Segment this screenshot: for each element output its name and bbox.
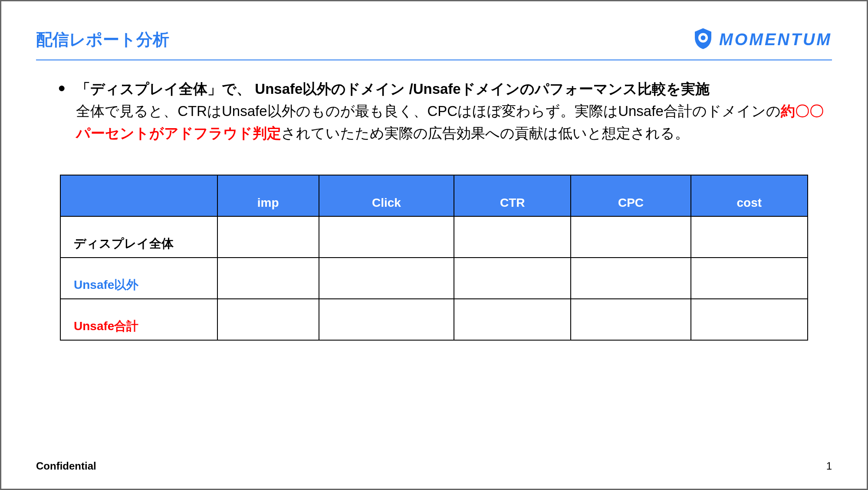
bullet-body-b: されていたため実際の広告効果への貢献は低いと想定される。	[281, 125, 689, 141]
table-header-blank	[60, 175, 217, 216]
cell	[319, 216, 454, 258]
cell	[217, 216, 319, 258]
cell	[571, 216, 690, 258]
table-row: Unsafe合計	[60, 299, 808, 340]
cell	[217, 299, 319, 340]
table-header-ctr: CTR	[454, 175, 571, 216]
brand-text: MOMENTUM	[719, 30, 832, 49]
bullet-dot-icon: ●	[58, 78, 66, 144]
cell	[319, 299, 454, 340]
confidential-label: Confidential	[36, 460, 96, 472]
page-number: 1	[826, 460, 832, 472]
cell	[571, 258, 690, 299]
slide-footer: Confidential 1	[36, 460, 832, 472]
cell	[454, 216, 571, 258]
cell	[691, 216, 808, 258]
cell	[691, 299, 808, 340]
bullet-bold-line: 「ディスプレイ全体」で、 Unsafe以外のドメイン /Unsafeドメインのパ…	[76, 81, 710, 97]
table-header-click: Click	[319, 175, 454, 216]
slide: 配信レポート分析 MOMENTUM ● 「ディスプレイ全体」で、 Unsafe以…	[0, 0, 868, 490]
cell	[217, 258, 319, 299]
bullet-text: 「ディスプレイ全体」で、 Unsafe以外のドメイン /Unsafeドメインのパ…	[76, 78, 832, 144]
bullet-body-a: 全体で見ると、CTRはUnsafe以外のものが最も良く、CPCはほぼ変わらず。実…	[76, 103, 781, 119]
row-label-unsafe-excluded: Unsafe以外	[60, 258, 217, 299]
table-row: Unsafe以外	[60, 258, 808, 299]
table-row: ディスプレイ全体	[60, 216, 808, 258]
page-title: 配信レポート分析	[36, 29, 169, 51]
cell	[571, 299, 690, 340]
svg-point-1	[701, 36, 706, 40]
bullet-item: ● 「ディスプレイ全体」で、 Unsafe以外のドメイン /Unsafeドメイン…	[36, 78, 832, 144]
cell	[319, 258, 454, 299]
table-header-imp: imp	[217, 175, 319, 216]
cell	[691, 258, 808, 299]
table-header-cost: cost	[691, 175, 808, 216]
slide-header: 配信レポート分析 MOMENTUM	[36, 27, 832, 60]
cell	[454, 299, 571, 340]
cell	[454, 258, 571, 299]
row-label-unsafe-total: Unsafe合計	[60, 299, 217, 340]
table-header-cpc: CPC	[571, 175, 690, 216]
row-label-display-all: ディスプレイ全体	[60, 216, 217, 258]
performance-table: imp Click CTR CPC cost ディスプレイ全体 Unsafe以外	[60, 175, 808, 341]
shield-icon	[693, 27, 713, 52]
table-header-row: imp Click CTR CPC cost	[60, 175, 808, 216]
brand-logo: MOMENTUM	[693, 27, 832, 52]
